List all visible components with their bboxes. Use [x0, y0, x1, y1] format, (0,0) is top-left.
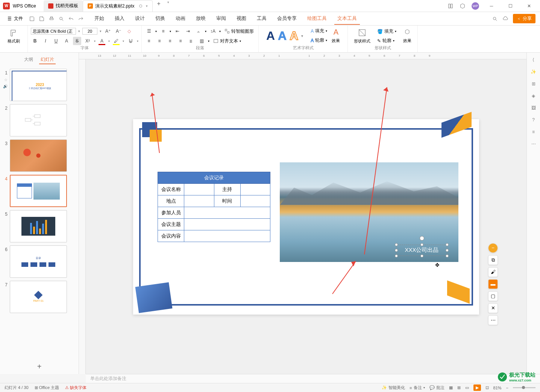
tab-drawing-tools[interactable]: 绘图工具: [304, 13, 330, 25]
text-fill-button[interactable]: A填充▾: [309, 27, 329, 35]
zoom-slider[interactable]: [513, 387, 535, 388]
float-layers-button[interactable]: ⧉: [488, 255, 498, 265]
close-button[interactable]: ✕: [523, 1, 535, 11]
zoom-out-button[interactable]: −: [506, 386, 508, 390]
preview-icon[interactable]: [58, 16, 64, 22]
bullets-button[interactable]: ☰: [145, 27, 153, 35]
tab-template[interactable]: 找稻壳模板: [44, 0, 83, 12]
tab-view[interactable]: 视图: [234, 13, 249, 25]
handle-l[interactable]: [395, 249, 398, 252]
shape-outline-button[interactable]: ✎轮廓▾: [376, 37, 398, 45]
line-spacing-button[interactable]: ⫠: [194, 27, 203, 35]
sidebar-more-icon[interactable]: ⋯: [531, 141, 536, 147]
shape-fill-button[interactable]: 🪣填充▾: [376, 27, 398, 35]
notes-bar[interactable]: 单击此处添加备注: [86, 374, 540, 383]
sidebar-format-icon[interactable]: ◈: [532, 93, 535, 98]
view-sorter-icon[interactable]: ⊞: [457, 385, 461, 390]
share-button[interactable]: 分享: [513, 14, 535, 23]
indent-right-button[interactable]: ⇥: [184, 27, 192, 35]
slide-canvas[interactable]: 会议记录 会议名称主持 地点时间 参加人员 会议主题 会议内容 XXX公司出品: [133, 119, 479, 315]
print-icon[interactable]: [49, 16, 55, 22]
view-reading-icon[interactable]: ▭: [465, 385, 469, 390]
selected-textbox[interactable]: XXX公司出品: [396, 245, 447, 256]
handle-bl[interactable]: [395, 254, 398, 257]
numbering-button[interactable]: ≡: [159, 27, 167, 35]
shape-style-button[interactable]: 形状样式: [351, 29, 373, 44]
tab-more-icon[interactable]: ▾: [165, 0, 171, 12]
sidebar-magic-icon[interactable]: ✨: [531, 69, 536, 74]
text-direction-button[interactable]: ↕A: [209, 27, 217, 35]
font-color-button[interactable]: A: [98, 37, 106, 45]
handle-tr[interactable]: [446, 243, 449, 246]
zoom-level[interactable]: 81%: [493, 386, 502, 390]
text-outline-button[interactable]: A轮廓▾: [309, 36, 329, 44]
float-brush-button[interactable]: 🖌: [488, 267, 498, 277]
reader-icon[interactable]: [447, 3, 454, 9]
float-highlight-button[interactable]: ▬: [488, 279, 498, 289]
handle-b[interactable]: [420, 254, 423, 257]
undo-icon[interactable]: [68, 16, 74, 22]
indent-left-button[interactable]: ⇤: [173, 27, 182, 35]
tab-animation[interactable]: 动画: [173, 13, 188, 25]
tab-tools[interactable]: 工具: [254, 13, 270, 25]
float-more-button[interactable]: ⋯: [488, 315, 498, 325]
zoom-fit-icon[interactable]: ⊡: [485, 385, 489, 390]
redo-icon[interactable]: [78, 16, 84, 22]
font-size-select[interactable]: [82, 28, 97, 35]
slides-tab[interactable]: 幻灯片: [39, 56, 56, 64]
strikethrough-button[interactable]: S: [73, 37, 81, 45]
missing-font-warning[interactable]: ⚠ 缺失字体: [65, 385, 86, 390]
float-delete-button[interactable]: −: [488, 243, 498, 253]
avatar[interactable]: WP: [472, 2, 479, 10]
handle-t[interactable]: [420, 243, 423, 246]
underline-button[interactable]: U: [52, 37, 60, 45]
superscript-button[interactable]: X²: [83, 37, 92, 45]
float-crop-button[interactable]: ▢: [488, 291, 498, 301]
thumbnail-7[interactable]: PART 01: [10, 281, 67, 313]
columns-button[interactable]: ▥: [197, 37, 206, 45]
tab-slideshow[interactable]: 放映: [193, 13, 209, 25]
tab-document-active[interactable]: P 演示文稿素材2.pptx ▾: [83, 0, 153, 12]
sidebar-image-icon[interactable]: 🖼: [531, 105, 536, 110]
tab-design[interactable]: 设计: [132, 13, 148, 25]
handle-tl[interactable]: [395, 243, 398, 246]
font-a-button[interactable]: A: [62, 37, 71, 45]
italic-button[interactable]: I: [41, 37, 50, 45]
tab-dropdown-icon[interactable]: ▾: [146, 4, 148, 8]
add-slide-button[interactable]: +: [0, 359, 79, 374]
rotate-handle[interactable]: [420, 236, 424, 241]
increase-font-icon[interactable]: A⁺: [104, 27, 112, 35]
wordart-style-1[interactable]: A: [266, 29, 275, 43]
handle-br[interactable]: [446, 254, 449, 257]
shape-effect-button[interactable]: 效果: [400, 29, 414, 44]
thumbnail-3[interactable]: [10, 139, 67, 172]
tab-transition[interactable]: 切换: [152, 13, 168, 25]
char-spacing-button[interactable]: ⨄: [126, 37, 135, 45]
maximize-button[interactable]: ☐: [504, 1, 517, 11]
view-normal-icon[interactable]: ▦: [449, 385, 453, 390]
thumbnail-6[interactable]: 目录: [10, 245, 67, 278]
align-left-button[interactable]: ≡: [145, 37, 153, 45]
align-right-button[interactable]: ≡: [166, 37, 174, 45]
tab-member[interactable]: 会员专享: [274, 13, 300, 25]
sidebar-help-icon[interactable]: ?: [532, 117, 535, 123]
minimize-button[interactable]: ─: [485, 1, 498, 11]
notes-toggle[interactable]: ≡备注▾: [410, 385, 425, 390]
tab-add[interactable]: +: [153, 0, 165, 12]
comments-toggle[interactable]: 💬批注: [429, 385, 444, 390]
smart-beautify-button[interactable]: ✨智能美化: [382, 385, 405, 390]
cloud-icon[interactable]: [502, 16, 508, 22]
format-brush[interactable]: 格式刷: [3, 27, 24, 45]
sidebar-collapse-icon[interactable]: ⟨: [532, 57, 534, 62]
thumbnail-4[interactable]: [10, 175, 67, 207]
tab-text-tools[interactable]: 文本工具: [334, 13, 360, 25]
decrease-font-icon[interactable]: A⁻: [114, 27, 123, 35]
font-family-select[interactable]: [31, 28, 76, 35]
tab-start[interactable]: 开始: [91, 13, 107, 25]
align-center-button[interactable]: ≡: [155, 37, 164, 45]
tab-insert[interactable]: 插入: [112, 13, 127, 25]
handle-r[interactable]: [446, 249, 449, 252]
view-slideshow-icon[interactable]: ▶: [473, 384, 481, 391]
search-icon[interactable]: [492, 16, 498, 22]
sidebar-template-icon[interactable]: ⊞: [532, 81, 535, 86]
